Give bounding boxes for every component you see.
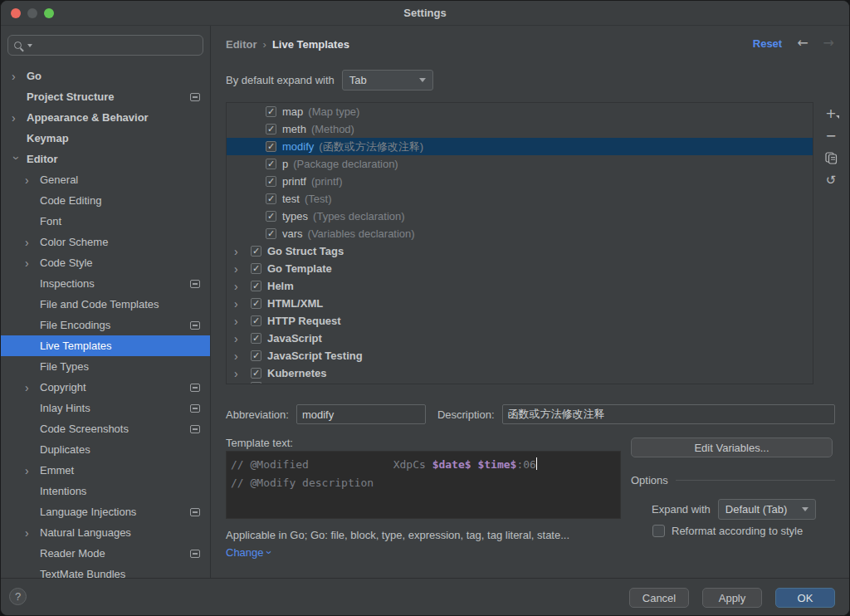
template-checkbox[interactable]: ✓ — [266, 106, 276, 117]
sidebar-item-color-scheme[interactable]: ›Color Scheme — [1, 232, 210, 252]
chevron-right-icon[interactable]: › — [25, 237, 40, 248]
description-field[interactable] — [502, 404, 835, 424]
sidebar-item-reader-mode[interactable]: Reader Mode — [1, 543, 210, 564]
chevron-right-icon[interactable]: › — [12, 71, 27, 82]
sidebar-item-editor[interactable]: ›Editor — [1, 149, 210, 169]
chevron-right-icon[interactable]: › — [234, 298, 251, 310]
cancel-button[interactable]: Cancel — [629, 588, 689, 608]
sidebar-item-language-injections[interactable]: Language Injections — [1, 501, 210, 522]
template-text-editor[interactable]: // @Modified XdpCs $date$ $time$:06// @M… — [226, 451, 621, 519]
chevron-down-icon[interactable]: › — [11, 156, 22, 171]
sidebar-item-file-encodings[interactable]: File Encodings — [1, 315, 210, 335]
sidebar-item-file-types[interactable]: File Types — [1, 356, 210, 377]
sidebar-item-intentions[interactable]: Intentions — [1, 481, 210, 501]
search-options-arrow-icon[interactable] — [27, 44, 32, 47]
sidebar-item-inlay-hints[interactable]: Inlay Hints — [1, 398, 210, 418]
chevron-right-icon[interactable]: › — [25, 257, 40, 269]
template-checkbox[interactable]: ✓ — [251, 368, 261, 379]
sidebar-item-label: Inlay Hints — [40, 402, 190, 414]
template-row-printf[interactable]: ✓printf(printf) — [227, 173, 813, 190]
chevron-right-icon[interactable]: › — [25, 174, 40, 186]
template-row-javascript-testing[interactable]: ›✓JavaScript Testing — [227, 347, 813, 364]
sidebar-item-project-structure[interactable]: Project Structure — [1, 86, 210, 107]
search-input[interactable] — [7, 35, 203, 56]
template-row-test[interactable]: ✓test(Test) — [227, 190, 813, 208]
chevron-right-icon[interactable]: › — [25, 465, 40, 477]
template-row-javascript[interactable]: ›✓JavaScript — [227, 330, 813, 347]
template-checkbox[interactable]: ✓ — [251, 263, 261, 274]
chevron-right-icon[interactable]: › — [12, 112, 27, 124]
chevron-right-icon[interactable]: › — [234, 246, 251, 257]
change-context-link[interactable]: Change › — [226, 546, 271, 559]
template-description: (函数或方法修改注释) — [319, 139, 423, 154]
remove-template-icon[interactable]: − — [823, 128, 838, 143]
template-checkbox[interactable]: ✓ — [251, 246, 261, 257]
template-row-go-struct-tags[interactable]: ›✓Go Struct Tags — [227, 242, 813, 260]
reset-link[interactable]: Reset — [753, 37, 782, 50]
template-text-label: Template text: — [226, 437, 293, 449]
template-row-helm[interactable]: ›✓Helm — [227, 277, 813, 295]
sidebar-item-duplicates[interactable]: Duplicates — [1, 439, 210, 460]
duplicate-template-icon[interactable] — [823, 150, 838, 165]
template-row-meth[interactable]: ✓meth(Method) — [227, 120, 813, 138]
sidebar-item-code-style[interactable]: ›Code Style — [1, 252, 210, 273]
sidebar-item-general[interactable]: ›General — [1, 169, 210, 190]
template-row-kubernetes[interactable]: ›✓Kubernetes — [227, 364, 813, 382]
sidebar-item-keymap[interactable]: Keymap — [1, 128, 210, 149]
sidebar-item-natural-languages[interactable]: ›Natural Languages — [1, 522, 210, 543]
template-row-vars[interactable]: ✓vars(Variables declaration) — [227, 225, 813, 242]
template-checkbox[interactable]: ✓ — [266, 159, 276, 169]
chevron-right-icon[interactable]: › — [234, 333, 251, 345]
template-description: (Map type) — [308, 105, 359, 118]
help-button[interactable]: ? — [9, 588, 27, 605]
chevron-right-icon[interactable]: › — [234, 263, 251, 275]
template-row-map[interactable]: ✓map(Map type) — [227, 103, 813, 120]
apply-button[interactable]: Apply — [702, 588, 762, 608]
reformat-checkbox[interactable] — [652, 525, 665, 537]
expand-with-dropdown[interactable]: Default (Tab) — [718, 499, 816, 520]
template-checkbox[interactable]: ✓ — [251, 281, 261, 291]
template-row-html-xml[interactable]: ›✓HTML/XML — [227, 295, 813, 312]
sidebar-item-file-and-code-templates[interactable]: File and Code Templates — [1, 294, 210, 315]
sidebar-item-textmate-bundles[interactable]: TextMate Bundles — [1, 564, 210, 578]
chevron-right-icon[interactable]: › — [234, 281, 251, 292]
template-row-p[interactable]: ✓p(Package declaration) — [227, 155, 813, 173]
template-checkbox[interactable]: ✓ — [266, 124, 276, 134]
sidebar-item-code-editing[interactable]: Code Editing — [1, 190, 210, 211]
template-checkbox[interactable]: ✓ — [251, 315, 261, 326]
chevron-right-icon[interactable]: › — [25, 527, 40, 539]
add-template-icon[interactable]: + — [823, 105, 838, 120]
template-checkbox[interactable]: ✓ — [266, 193, 276, 204]
back-arrow-icon[interactable]: ← — [797, 37, 808, 50]
template-checkbox[interactable]: ✓ — [251, 333, 261, 344]
sidebar-item-copyright[interactable]: ›Copyright — [1, 377, 210, 398]
sidebar-item-code-screenshots[interactable]: Code Screenshots — [1, 418, 210, 439]
template-checkbox[interactable]: ✓ — [266, 211, 276, 222]
chevron-right-icon[interactable]: › — [234, 350, 251, 362]
template-checkbox[interactable]: ✓ — [266, 141, 276, 152]
abbreviation-field[interactable] — [296, 404, 426, 424]
sidebar-item-emmet[interactable]: ›Emmet — [1, 460, 210, 481]
sidebar-item-go[interactable]: ›Go — [1, 66, 210, 86]
template-row-types[interactable]: ✓types(Types declaration) — [227, 208, 813, 225]
sidebar-item-label: File Encodings — [40, 319, 190, 331]
template-checkbox[interactable]: ✓ — [251, 298, 261, 309]
sidebar-item-appearance-behavior[interactable]: ›Appearance & Behavior — [1, 107, 210, 128]
template-row-http-request[interactable]: ›✓HTTP Request — [227, 312, 813, 330]
breadcrumb-editor[interactable]: Editor — [226, 38, 257, 51]
sidebar-item-live-templates[interactable]: Live Templates — [1, 335, 210, 356]
chevron-right-icon[interactable]: › — [234, 315, 251, 327]
template-checkbox[interactable]: ✓ — [251, 350, 261, 361]
default-expand-dropdown[interactable]: Tab — [342, 70, 433, 90]
sidebar-item-font[interactable]: Font — [1, 211, 210, 232]
template-checkbox[interactable]: ✓ — [266, 176, 276, 187]
template-row-go-template[interactable]: ›✓Go Template — [227, 260, 813, 277]
chevron-right-icon[interactable]: › — [234, 368, 251, 379]
template-checkbox[interactable]: ✓ — [266, 228, 276, 239]
edit-variables-button[interactable]: Edit Variables... — [631, 438, 833, 457]
ok-button[interactable]: OK — [775, 588, 835, 608]
template-row-modify[interactable]: ✓modify(函数或方法修改注释) — [227, 138, 813, 155]
sidebar-item-inspections[interactable]: Inspections — [1, 273, 210, 294]
chevron-right-icon[interactable]: › — [25, 382, 40, 394]
revert-icon[interactable]: ↺ — [823, 173, 838, 188]
